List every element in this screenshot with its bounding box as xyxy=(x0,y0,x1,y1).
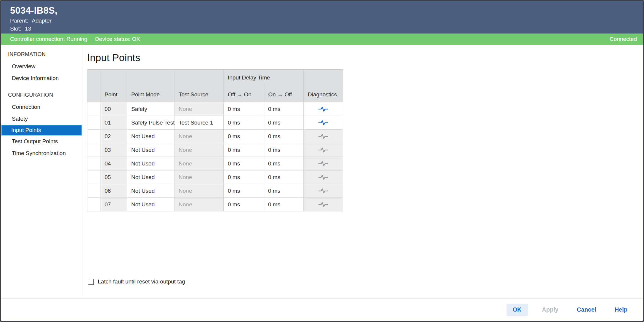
on-to-off-delay-cell[interactable]: 0 ms xyxy=(264,130,304,143)
table-row: 07 Not Used None 0 ms 0 ms xyxy=(87,197,343,211)
sidebar-item-safety[interactable]: Safety xyxy=(1,113,83,125)
off-to-on-delay-cell[interactable]: 0 ms xyxy=(224,130,264,143)
on-to-off-delay-cell[interactable]: 0 ms xyxy=(264,102,304,116)
input-points-table: Point Point Mode Test Source Input Delay… xyxy=(87,69,343,211)
off-to-on-delay-cell[interactable]: 0 ms xyxy=(224,170,264,184)
input-delay-time-group-header: Input Delay Time Off → On On → Off xyxy=(224,70,304,102)
parent-value: Adapter xyxy=(32,17,52,24)
point-mode-column-header: Point Mode xyxy=(127,70,174,102)
row-selector-cell[interactable] xyxy=(87,198,100,211)
latch-fault-label: Latch fault until reset via output tag xyxy=(98,278,185,285)
point-column-header: Point xyxy=(100,70,127,102)
pulse-waveform-icon xyxy=(318,188,328,194)
connection-state-badge: Connected xyxy=(610,36,637,42)
pulse-waveform-icon xyxy=(318,202,328,208)
point-mode-cell[interactable]: Not Used xyxy=(127,157,174,170)
status-bar: Controller connection: Running Device st… xyxy=(1,34,643,45)
point-number-cell: 04 xyxy=(100,157,127,170)
latch-fault-checkbox[interactable] xyxy=(88,279,94,285)
cancel-button[interactable]: Cancel xyxy=(573,304,600,316)
pulse-waveform-icon xyxy=(318,133,328,139)
sidebar-section-configuration: CONFIGURATION xyxy=(1,89,83,101)
on-to-off-column-header: On → Off xyxy=(264,85,304,102)
row-selector-cell[interactable] xyxy=(87,102,100,116)
point-mode-cell[interactable]: Not Used xyxy=(127,170,174,184)
on-to-off-delay-cell[interactable]: 0 ms xyxy=(264,198,304,211)
test-source-cell: None xyxy=(174,143,224,157)
apply-button[interactable]: Apply xyxy=(538,304,563,316)
diagnostics-cell[interactable] xyxy=(304,102,343,116)
off-to-on-delay-cell[interactable]: 0 ms xyxy=(224,143,264,157)
table-header-row: Point Point Mode Test Source Input Delay… xyxy=(87,70,343,102)
point-mode-cell[interactable]: Not Used xyxy=(127,198,174,211)
on-to-off-delay-cell[interactable]: 0 ms xyxy=(264,157,304,170)
off-to-on-delay-cell[interactable]: 0 ms xyxy=(224,116,264,129)
test-source-cell[interactable]: Test Source 1 xyxy=(174,116,224,129)
pulse-waveform-icon xyxy=(318,174,328,180)
pulse-waveform-icon xyxy=(318,106,328,112)
diagnostics-cell xyxy=(304,143,343,157)
parent-label: Parent: xyxy=(10,17,28,24)
on-to-off-delay-cell[interactable]: 0 ms xyxy=(264,170,304,184)
on-to-off-delay-cell[interactable]: 0 ms xyxy=(264,116,304,129)
table-row: 03 Not Used None 0 ms 0 ms xyxy=(87,143,343,157)
off-to-on-delay-cell[interactable]: 0 ms xyxy=(224,198,264,211)
main-content: Input Points Point Point Mode Test Sourc… xyxy=(83,45,643,298)
off-to-on-column-header: Off → On xyxy=(224,85,264,102)
row-selector-cell[interactable] xyxy=(87,143,100,157)
footer-button-bar: OKApplyCancelHelp xyxy=(1,298,643,321)
table-row: 05 Not Used None 0 ms 0 ms xyxy=(87,170,343,184)
row-selector-cell[interactable] xyxy=(87,157,100,170)
diagnostics-cell xyxy=(304,184,343,197)
sidebar-item-time-synchronization[interactable]: Time Synchronization xyxy=(1,147,83,159)
sidebar-item-device-information[interactable]: Device Information xyxy=(1,72,83,84)
point-mode-cell[interactable]: Not Used xyxy=(127,184,174,197)
slot-label: Slot: xyxy=(10,25,21,32)
pulse-waveform-icon xyxy=(318,147,328,153)
sidebar-nav: INFORMATIONOverviewDevice InformationCON… xyxy=(1,45,83,298)
test-source-cell: None xyxy=(174,184,224,197)
point-mode-cell[interactable]: Not Used xyxy=(127,143,174,157)
pulse-waveform-icon xyxy=(318,120,328,126)
page-title: Input Points xyxy=(87,52,643,63)
point-mode-cell[interactable]: Safety xyxy=(127,102,174,116)
point-number-cell: 07 xyxy=(100,198,127,211)
test-source-cell: None xyxy=(174,157,224,170)
device-title: 5034-IB8S, xyxy=(10,5,634,17)
test-source-cell: None xyxy=(174,102,224,116)
on-to-off-delay-cell[interactable]: 0 ms xyxy=(264,143,304,157)
test-source-cell: None xyxy=(174,198,224,211)
help-button[interactable]: Help xyxy=(611,304,632,316)
test-source-cell: None xyxy=(174,170,224,184)
row-selector-cell[interactable] xyxy=(87,170,100,184)
point-mode-cell[interactable]: Safety Pulse Test xyxy=(127,116,174,129)
point-number-cell: 03 xyxy=(100,143,127,157)
on-to-off-delay-cell[interactable]: 0 ms xyxy=(264,184,304,197)
off-to-on-delay-cell[interactable]: 0 ms xyxy=(224,102,264,116)
sidebar-section-information: INFORMATION xyxy=(1,48,83,60)
sidebar-item-input-points[interactable]: Input Points xyxy=(1,125,82,136)
sidebar-item-test-output-points[interactable]: Test Output Points xyxy=(1,136,83,147)
row-selector-cell[interactable] xyxy=(87,184,100,197)
row-selector-cell[interactable] xyxy=(87,130,100,143)
input-delay-time-label: Input Delay Time xyxy=(224,70,303,85)
table-row: 02 Not Used None 0 ms 0 ms xyxy=(87,129,343,143)
off-to-on-delay-cell[interactable]: 0 ms xyxy=(224,157,264,170)
off-to-on-delay-cell[interactable]: 0 ms xyxy=(224,184,264,197)
controller-connection-status: Controller connection: Running xyxy=(10,36,87,42)
test-source-column-header: Test Source xyxy=(174,70,224,102)
table-row: 04 Not Used None 0 ms 0 ms xyxy=(87,157,343,170)
diagnostics-cell xyxy=(304,198,343,211)
row-selector-cell[interactable] xyxy=(87,116,100,129)
point-mode-cell[interactable]: Not Used xyxy=(127,130,174,143)
sidebar-item-connection[interactable]: Connection xyxy=(1,101,83,113)
point-number-cell: 01 xyxy=(100,116,127,129)
ok-button[interactable]: OK xyxy=(507,304,528,316)
point-number-cell: 00 xyxy=(100,102,127,116)
row-selector-header xyxy=(87,70,100,102)
slot-value: 13 xyxy=(25,25,31,32)
diagnostics-cell xyxy=(304,157,343,170)
diagnostics-cell[interactable] xyxy=(304,116,343,129)
sidebar-item-overview[interactable]: Overview xyxy=(1,60,83,72)
point-number-cell: 05 xyxy=(100,170,127,184)
